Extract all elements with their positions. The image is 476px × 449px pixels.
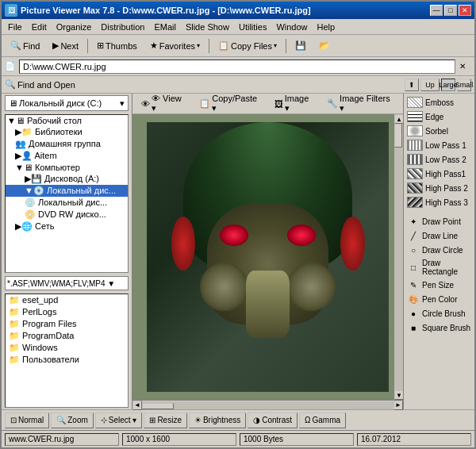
vertical-scrollbar[interactable]: ▲ ▼ bbox=[393, 114, 403, 400]
drive-dropdown-arrow: ▾ bbox=[120, 98, 125, 109]
menu-slideshow[interactable]: Slide Show bbox=[181, 21, 234, 33]
menu-edit[interactable]: Edit bbox=[27, 21, 52, 33]
file-item-1[interactable]: 📁 PerlLogs bbox=[6, 306, 128, 318]
titlebar: 🖼 Picture Viewer Max 7.8 - D:\www.CWER.r… bbox=[2, 2, 474, 19]
file-item-4[interactable]: 📁 Windows bbox=[6, 342, 128, 354]
file-item-5[interactable]: 📁 Пользователи bbox=[6, 354, 128, 366]
filter-emboss[interactable]: Emboss bbox=[405, 95, 473, 109]
highpass3-icon bbox=[407, 197, 423, 208]
folder-button[interactable]: 📂 bbox=[313, 37, 336, 55]
file-list[interactable]: 📁 eset_upd 📁 PerlLogs 📁 Program Files 📁 … bbox=[5, 294, 129, 408]
filter-highpass2[interactable]: High Pass 2 bbox=[405, 181, 473, 195]
expand-icon: ▶ bbox=[25, 174, 31, 183]
ear-right bbox=[340, 217, 365, 271]
left-panel: 🖥 Локальный диск (C:) ▾ ▼🖥 Рабочий стол … bbox=[2, 94, 132, 409]
save-button[interactable]: 💾 bbox=[290, 37, 312, 55]
favorites-button[interactable]: ★ Favorites ▾ bbox=[144, 37, 205, 55]
drive-selector[interactable]: 🖥 Локальный диск (C:) ▾ bbox=[5, 95, 129, 111]
tool-draw-point[interactable]: ✦ Draw Point bbox=[405, 214, 473, 228]
tool-pen-size[interactable]: ✎ Pen Size bbox=[405, 278, 473, 292]
pen-size-icon: ✎ bbox=[407, 279, 420, 290]
thumbs-button[interactable]: ⊞ Thumbs bbox=[91, 37, 143, 55]
horizontal-scrollbar[interactable]: ◄ ► bbox=[132, 400, 403, 409]
nav-up-button[interactable]: ⬆ bbox=[405, 79, 419, 91]
small-view-button[interactable]: Small bbox=[457, 79, 471, 91]
next-button[interactable]: ▶ Next bbox=[47, 37, 84, 55]
filter-lowpass1[interactable]: Low Pass 1 bbox=[405, 138, 473, 152]
draw-line-icon: ╱ bbox=[407, 230, 420, 241]
tree-item-local-c[interactable]: ▼💿 Локальный дис... bbox=[6, 185, 128, 197]
scroll-up-button[interactable]: ▲ bbox=[394, 114, 403, 124]
menu-utilities[interactable]: Utilities bbox=[234, 21, 271, 33]
tree-item-network[interactable]: ▶🌐 Сеть bbox=[6, 221, 128, 232]
address-close-button[interactable]: ✕ bbox=[459, 60, 471, 73]
highpass2-icon bbox=[407, 182, 423, 194]
menu-organize[interactable]: Organize bbox=[52, 21, 97, 33]
select-button[interactable]: ⊹ Select ▾ bbox=[95, 413, 143, 428]
tree-item-local-d[interactable]: 💿 Локальный дис... bbox=[6, 197, 128, 209]
thumbs-icon: ⊞ bbox=[97, 40, 104, 51]
file-item-2[interactable]: 📁 Program Files bbox=[6, 318, 128, 330]
view-button[interactable]: 👁 👁 View ▾ bbox=[136, 95, 192, 113]
brightness-button[interactable]: ☀ Brightness bbox=[189, 413, 246, 428]
find-button[interactable]: 🔍 Find bbox=[5, 37, 45, 55]
tool-draw-circle[interactable]: ○ Draw Circle bbox=[405, 243, 473, 257]
tree-item-libraries[interactable]: ▶📁 Библиотеки bbox=[6, 126, 128, 138]
copy-paste-button[interactable]: 📋 Copy/Paste ▾ bbox=[194, 95, 267, 113]
tool-draw-rectangle[interactable]: □ Draw Rectangle bbox=[405, 257, 473, 278]
gamma-button[interactable]: Ω Gamma bbox=[299, 413, 346, 428]
maximize-button[interactable]: □ bbox=[444, 5, 457, 16]
nav-up-label[interactable]: Up bbox=[420, 79, 440, 91]
zoom-button[interactable]: 🔍 Zoom bbox=[51, 413, 94, 428]
large-view-button[interactable]: Large bbox=[441, 79, 455, 91]
tool-square-brush[interactable]: ■ Square Brush bbox=[405, 320, 473, 335]
tree-item-desktop[interactable]: ▼🖥 Рабочий стол bbox=[6, 115, 128, 126]
scroll-thumb-h[interactable] bbox=[142, 403, 174, 409]
scroll-thumb-v[interactable] bbox=[394, 124, 402, 148]
menu-help[interactable]: Help bbox=[313, 21, 340, 33]
tree-item-computer[interactable]: ▼🖥 Компьютер bbox=[6, 162, 128, 173]
tool-circle-brush[interactable]: ● Circle Brush bbox=[405, 306, 473, 320]
menu-file[interactable]: File bbox=[3, 21, 27, 33]
filter-left bbox=[200, 263, 248, 311]
resize-button[interactable]: ⊞ Resize bbox=[144, 413, 187, 428]
scroll-down-button[interactable]: ▼ bbox=[394, 390, 403, 400]
folder-tree[interactable]: ▼🖥 Рабочий стол ▶📁 Библиотеки 👥 Домашняя… bbox=[5, 114, 129, 273]
image-button[interactable]: 🖼 Image ▾ bbox=[269, 95, 320, 113]
square-brush-icon: ■ bbox=[407, 322, 420, 333]
tree-item-dvd[interactable]: 📀 DVD RW диско... bbox=[6, 209, 128, 221]
filter-highpass3[interactable]: High Pass 3 bbox=[405, 195, 473, 209]
expand-icon: ▼ bbox=[15, 163, 24, 172]
tree-item-floppy[interactable]: ▶💾 Дисковод (A:) bbox=[6, 173, 128, 185]
filter-edge[interactable]: Edge bbox=[405, 109, 473, 124]
menu-email[interactable]: EMail bbox=[149, 21, 181, 33]
titlebar-title: Picture Viewer Max 7.8 - D:\www.CWER.ru.… bbox=[21, 6, 311, 15]
format-selector[interactable]: *.ASF;WMV;WMA;FLV;MP4 ▼ bbox=[5, 276, 129, 290]
menu-distribution[interactable]: Distribution bbox=[96, 21, 149, 33]
image-filters-button[interactable]: 🔧 Image Filters ▾ bbox=[321, 95, 400, 113]
menu-window[interactable]: Window bbox=[271, 21, 312, 33]
scroll-track-v[interactable] bbox=[394, 124, 403, 390]
close-button[interactable]: ✕ bbox=[459, 5, 471, 16]
contrast-button[interactable]: ◑ Contrast bbox=[248, 413, 298, 428]
find-panel-icon: 🔍 bbox=[5, 79, 16, 90]
scroll-right-button[interactable]: ► bbox=[393, 401, 403, 410]
tree-item-homegroup[interactable]: 👥 Домашняя группа bbox=[6, 138, 128, 150]
tool-pen-color[interactable]: 🎨 Pen Color bbox=[405, 292, 473, 306]
file-item-0[interactable]: 📁 eset_upd bbox=[6, 294, 128, 306]
filter-sorbel[interactable]: Sorbel bbox=[405, 124, 473, 138]
filter-highpass1[interactable]: High Pass1 bbox=[405, 167, 473, 181]
save-icon: 💾 bbox=[295, 40, 306, 51]
file-item-3[interactable]: 📁 ProgramData bbox=[6, 330, 128, 342]
tool-draw-line[interactable]: ╱ Draw Line bbox=[405, 228, 473, 243]
filter-lowpass2[interactable]: Low Pass 2 bbox=[405, 152, 473, 167]
copy-files-button[interactable]: 📋 Copy Files ▾ bbox=[213, 37, 282, 55]
view-icon: 👁 bbox=[141, 99, 150, 109]
drive-label: Локальный диск (C:) bbox=[19, 98, 102, 108]
normal-button[interactable]: ⊡ Normal bbox=[5, 413, 49, 428]
scroll-left-button[interactable]: ◄ bbox=[132, 401, 142, 410]
address-input[interactable] bbox=[19, 59, 455, 74]
tree-item-user[interactable]: ▶👤 Aitem bbox=[6, 150, 128, 162]
minimize-button[interactable]: — bbox=[430, 5, 443, 16]
scroll-track-h[interactable] bbox=[142, 401, 393, 409]
